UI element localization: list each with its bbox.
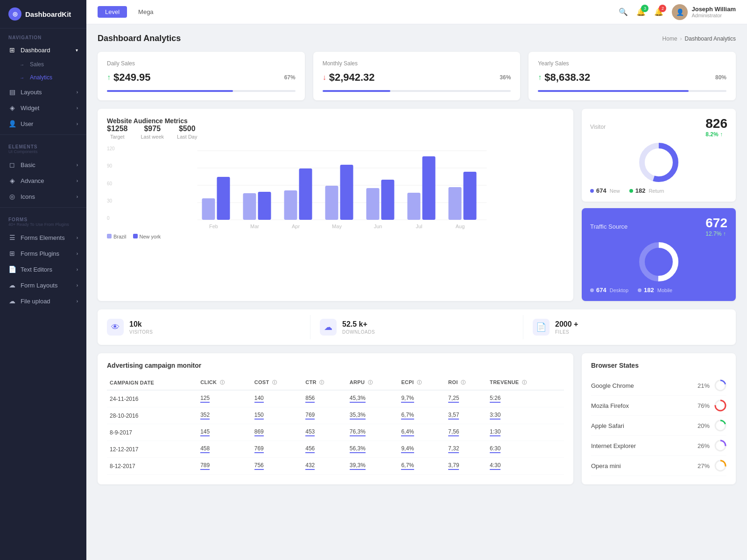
browser-right: 76% [698, 399, 726, 412]
td-0-7: 5:26 [487, 390, 564, 407]
td-2-6: 7,56 [445, 424, 487, 441]
td-2-5: 6,4% [398, 424, 445, 441]
td-4-3: 432 [303, 458, 347, 475]
chart-metric-0: $1258 Target [107, 125, 128, 140]
traffic-pct: 12.7% ↑ [705, 231, 727, 237]
up-arrow: ↑ [538, 73, 542, 82]
card-title: Monthly Sales [323, 60, 511, 67]
sidebar-text-editors-label: Text Editors [21, 266, 52, 273]
cell-val: 76,3% [350, 428, 366, 436]
sidebar-item-dashboard[interactable]: ⊞ Dashboard ▾ [0, 42, 86, 58]
sidebar-item-widget[interactable]: ◈ Widget › [0, 100, 86, 116]
cell-val: 4:30 [490, 462, 500, 470]
sidebar-item-form-layouts[interactable]: ☁ Form Layouts › [0, 277, 86, 293]
basic-icon: ◻ [8, 161, 16, 168]
tab-level[interactable]: Level [98, 6, 127, 18]
cell-val: 140 [254, 395, 264, 403]
td-0-6: 7,25 [445, 390, 487, 407]
sales-card-0: Daily Sales ↑ $249.95 67% [98, 52, 305, 100]
cell-val: 789 [200, 462, 210, 470]
card-pct: 80% [715, 74, 726, 81]
sales-card-1: Monthly Sales ↓ $2,942.32 36% [313, 52, 521, 100]
donut-traffic [590, 241, 727, 283]
layouts-icon: ▤ [8, 88, 16, 96]
table-row: 28-10-201635215076935,3%6,7%3,573:30 [107, 407, 564, 424]
td-0-0: 24-11-2016 [107, 390, 197, 407]
td-0-3: 856 [303, 390, 347, 407]
td-3-7: 6:30 [487, 441, 564, 458]
browser-name: Google Chrome [591, 382, 634, 389]
sidebar-item-user[interactable]: 👤 User › [0, 116, 86, 132]
search-icon[interactable]: 🔍 [619, 7, 628, 16]
sidebar-item-analytics[interactable]: → Analytics [0, 71, 86, 84]
mobile-dot [638, 288, 641, 292]
stat-icon: ☁ [320, 319, 337, 336]
browser-right: 20% [698, 420, 726, 432]
notification-icon[interactable]: 🔔 3 [636, 7, 646, 16]
sidebar-item-sales[interactable]: → Sales [0, 58, 86, 71]
td-0-1: 125 [197, 390, 252, 407]
sidebar-item-layouts[interactable]: ▤ Layouts › [0, 84, 86, 100]
donut-traffic-svg [638, 241, 680, 283]
bell-icon[interactable]: 🔔 2 [654, 7, 663, 16]
breadcrumb-home[interactable]: Home [662, 35, 677, 42]
cell-val: 9,7% [401, 395, 414, 403]
cell-val: 9,4% [401, 445, 414, 453]
td-1-3: 769 [303, 407, 347, 424]
browser-item-2: Apple Safari 20% [591, 416, 726, 436]
sidebar-item-forms-elements[interactable]: ☰ Forms Elements › [0, 230, 86, 245]
traffic-stats: 674 Desktop 182 Mobile [590, 287, 727, 294]
sidebar-item-forms-plugins[interactable]: ⊞ Forms Plugins › [0, 245, 86, 261]
cell-val: 7,25 [448, 395, 459, 403]
cell-val: 6,7% [401, 462, 414, 470]
chevron-right-icon: › [77, 267, 78, 272]
breadcrumb: Home › Dashboard Analytics [662, 35, 736, 42]
traffic-mobile-stat: 182 Mobile [638, 287, 672, 294]
td-4-6: 3,79 [445, 458, 487, 475]
visitor-num: 826 [705, 116, 727, 131]
arrow-icon: → [20, 62, 24, 67]
user-profile[interactable]: 👤 Joseph William Administrator [672, 4, 736, 20]
td-4-2: 756 [252, 458, 303, 475]
user-role: Administrator [691, 13, 736, 18]
th-arpu: ARPU ⓘ [347, 376, 399, 390]
sidebar-item-text-editors[interactable]: 📄 Text Editors › [0, 261, 86, 277]
cell-val: 6,7% [401, 412, 414, 420]
svg-text:May: May [332, 224, 342, 229]
chevron-right-icon: › [77, 162, 78, 168]
sidebar-item-basic[interactable]: ◻ Basic › [0, 157, 86, 173]
down-arrow: ↓ [323, 73, 326, 82]
stat-label: VISITORS [129, 329, 153, 335]
sidebar-sales-label: Sales [30, 61, 44, 68]
sidebar-item-icons[interactable]: ◎ Icons › [0, 189, 86, 204]
sidebar-user-label: User [21, 120, 33, 127]
tab-mega[interactable]: Mega [131, 6, 161, 18]
traffic-num: 672 [705, 216, 727, 231]
stat-label: FILES [555, 329, 578, 335]
chevron-right-icon: › [77, 105, 78, 111]
th-icon: ⓘ [417, 380, 422, 385]
cell-val: 6,4% [401, 428, 414, 436]
sidebar-file-upload-label: File upload [21, 298, 50, 305]
sidebar-item-advance[interactable]: ◈ Advance › [0, 173, 86, 189]
desktop-dot [590, 288, 594, 292]
td-0-2: 140 [252, 390, 303, 407]
cell-val: 125 [200, 395, 210, 403]
th-ctr: CTR ⓘ [303, 376, 347, 390]
visitor-header: Visitor 826 8.2% ↑ [590, 116, 727, 138]
browser-right: 21% [698, 379, 726, 392]
svg-rect-15 [408, 193, 421, 220]
browser-name: Internet Explorer [591, 442, 636, 449]
stat-num: 52.5 k+ [342, 320, 375, 329]
browser-title: Browser States [591, 362, 726, 369]
svg-rect-10 [299, 168, 312, 220]
td-4-7: 4:30 [487, 458, 564, 475]
y-label-90: 90 [107, 163, 115, 168]
card-amount: ↑ $8,638.32 80% [538, 71, 726, 84]
sidebar-item-file-upload[interactable]: ☁ File upload › [0, 293, 86, 309]
browser-pct: 26% [698, 442, 710, 449]
browser-pct: 21% [698, 382, 710, 389]
svg-rect-14 [381, 180, 395, 220]
table-card: Advertising campaign monitor CAMPAIGN DA… [98, 353, 573, 484]
metric-label: Last week [141, 134, 164, 140]
